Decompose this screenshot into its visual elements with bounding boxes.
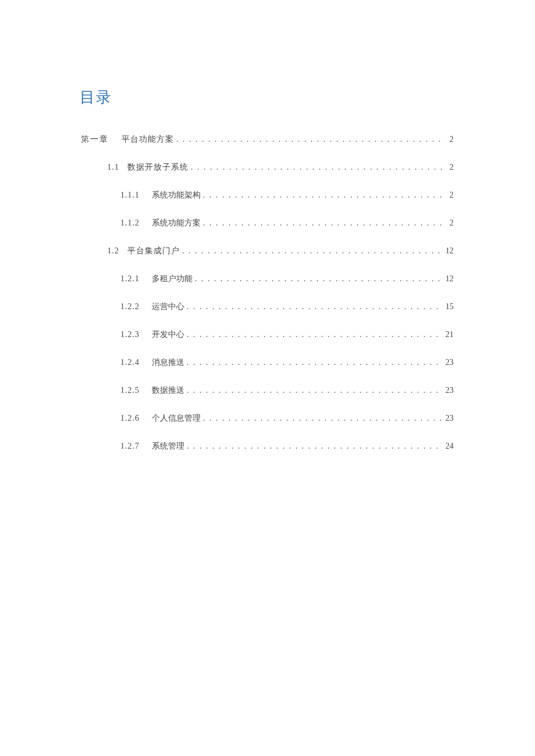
toc-page: 2 — [443, 135, 454, 144]
toc-heading: 目录 — [80, 87, 454, 108]
toc-number: 1.2.3 — [120, 331, 152, 339]
toc-entry: 1.2.4 消息推送 23 — [79, 359, 454, 367]
toc-leader — [184, 442, 443, 450]
toc-leader — [184, 359, 443, 367]
toc-leader — [184, 331, 443, 339]
toc-title-text: 平台功能方案 — [122, 135, 174, 144]
toc-number: 1.2.2 — [120, 303, 152, 311]
toc-number: 1.2.1 — [120, 275, 152, 283]
toc-number: 1.1.2 — [120, 219, 152, 227]
toc-title-text: 数据开放子系统 — [127, 163, 188, 171]
toc-entry: 1.2.5 数据推送 23 — [79, 386, 454, 395]
toc-entry: 1.2.3 开发中心 21 — [79, 331, 454, 339]
toc-title-text: 开发中心 — [152, 331, 184, 339]
toc-page: 2 — [443, 219, 454, 227]
toc-leader — [188, 163, 443, 171]
toc-number: 1.2.7 — [120, 442, 152, 450]
toc-leader — [201, 191, 443, 199]
toc-title-text: 多租户功能 — [152, 275, 192, 283]
toc-number: 1.1 — [99, 163, 127, 171]
toc-title-text: 平台集成门户 — [127, 247, 180, 255]
toc-title-text: 个人信息管理 — [152, 414, 201, 422]
toc-page: 12 — [443, 247, 454, 255]
toc-page: 2 — [443, 191, 454, 199]
toc-entry: 1.1 数据开放子系统 2 — [79, 163, 454, 171]
toc-entry: 1.2.7 系统管理 24 — [79, 442, 454, 450]
toc-title-text: 消息推送 — [152, 359, 184, 367]
toc-title-text: 系统功能方案 — [152, 219, 201, 227]
toc-page: 2 — [443, 163, 454, 171]
document-page: 目录 第一章 平台功能方案 2 1.1 数据开放子系统 2 1.1.1 系统功能… — [0, 0, 535, 756]
toc-title-text: 系统管理 — [152, 442, 184, 450]
toc-leader — [174, 135, 443, 144]
toc-list: 第一章 平台功能方案 2 1.1 数据开放子系统 2 1.1.1 系统功能架构 … — [79, 135, 454, 450]
toc-entry: 1.2.2 运营中心 15 — [79, 303, 454, 311]
toc-title-text: 运营中心 — [152, 303, 184, 311]
toc-number: 第一章 — [81, 135, 122, 144]
toc-leader — [180, 247, 443, 255]
toc-page: 12 — [443, 275, 454, 283]
toc-page: 23 — [443, 414, 454, 422]
toc-page: 24 — [443, 442, 454, 450]
toc-page: 15 — [443, 303, 454, 311]
toc-leader — [184, 303, 443, 311]
toc-leader — [201, 219, 443, 227]
toc-number: 1.2.4 — [120, 359, 152, 367]
toc-number: 1.1.1 — [120, 191, 152, 199]
toc-entry: 1.2 平台集成门户 12 — [79, 247, 454, 255]
toc-leader — [192, 275, 443, 283]
toc-entry: 1.2.1 多租户功能 12 — [79, 275, 454, 283]
toc-page: 21 — [443, 331, 454, 339]
toc-number: 1.2.6 — [120, 414, 152, 422]
toc-entry: 1.2.6 个人信息管理 23 — [79, 414, 454, 422]
toc-page: 23 — [443, 386, 454, 395]
toc-entry: 第一章 平台功能方案 2 — [79, 135, 454, 144]
toc-page: 23 — [443, 359, 454, 367]
toc-title-text: 系统功能架构 — [152, 191, 201, 199]
toc-number: 1.2.5 — [120, 386, 152, 395]
toc-entry: 1.1.1 系统功能架构 2 — [79, 191, 454, 199]
toc-leader — [201, 414, 443, 422]
toc-leader — [184, 386, 443, 395]
toc-entry: 1.1.2 系统功能方案 2 — [79, 219, 454, 227]
toc-number: 1.2 — [99, 247, 127, 255]
toc-title-text: 数据推送 — [152, 386, 184, 395]
